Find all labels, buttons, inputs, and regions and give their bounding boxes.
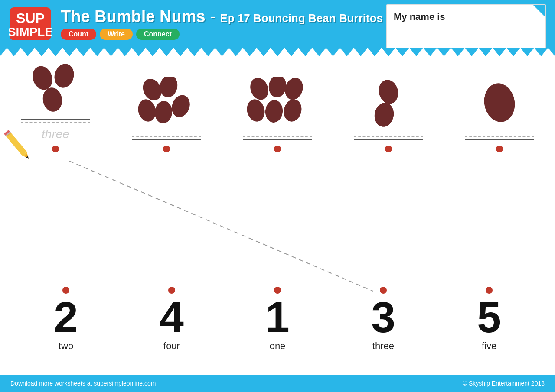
- main-title: The Bumble Nums - Ep 17 Bouncing Bean Bu…: [61, 8, 383, 26]
- number-group-5: 5 five: [450, 287, 528, 352]
- bean-group-1: three: [16, 61, 95, 152]
- bean-group-3: [238, 75, 317, 152]
- number-word-4: three: [372, 340, 394, 352]
- write-lines-3: [243, 133, 312, 140]
- name-card-corner: [533, 5, 545, 17]
- numbers-section: 2 two 4 four 1 one 3 three 5 five: [0, 287, 555, 352]
- dot-connector-3: [274, 146, 281, 152]
- svg-point-16: [154, 100, 173, 124]
- number-display-1: 2: [54, 295, 78, 339]
- svg-point-25: [372, 101, 395, 129]
- solid-line: [243, 133, 312, 133]
- footer: Download more worksheets at supersimpleo…: [0, 375, 555, 392]
- connect-area: [13, 157, 542, 295]
- bean-area-5: [465, 75, 534, 131]
- bean-area-4: [354, 75, 423, 131]
- dot-connector-4: [385, 146, 392, 152]
- number-word-2: four: [163, 340, 180, 352]
- write-lines-2: [132, 133, 201, 140]
- subtitle-text: Ep 17 Bouncing Bean Burritos: [220, 12, 383, 25]
- svg-point-20: [245, 97, 267, 124]
- title-area: The Bumble Nums - Ep 17 Bouncing Bean Bu…: [61, 8, 383, 40]
- number-group-1: 2 two: [27, 287, 105, 352]
- solid-line2: [243, 139, 312, 140]
- footer-left: Download more worksheets at supersimpleo…: [10, 380, 156, 387]
- number-word-5: five: [482, 340, 496, 352]
- tab-connect[interactable]: Connect: [136, 29, 180, 40]
- write-lines-4: [354, 133, 423, 140]
- solid-line2: [132, 139, 201, 140]
- dot-connector-2: [163, 146, 170, 152]
- bean-group-2: [127, 75, 206, 152]
- solid-line2: [354, 139, 423, 140]
- bean-group-5: [460, 75, 539, 152]
- svg-point-14: [158, 77, 179, 99]
- write-lines-1: [21, 119, 90, 126]
- number-group-4: 3 three: [344, 287, 422, 352]
- dashed-line: [465, 136, 534, 137]
- svg-text:SIMPLE: SIMPLE: [9, 25, 52, 39]
- svg-point-12: [41, 86, 64, 113]
- title-text: The Bumble Nums: [61, 7, 206, 26]
- solid-line2: [465, 139, 534, 140]
- svg-point-18: [247, 77, 271, 102]
- write-lines-5: [465, 133, 534, 140]
- zigzag-border: [0, 48, 555, 56]
- name-card-line: [394, 36, 539, 36]
- svg-point-11: [52, 63, 77, 90]
- number-word-1: two: [59, 340, 73, 352]
- solid-line2: [21, 126, 90, 126]
- svg-point-23: [281, 97, 304, 124]
- number-word-3: one: [270, 340, 286, 352]
- number-display-2: 4: [160, 295, 184, 339]
- number-group-2: 4 four: [133, 287, 211, 352]
- bean-group-4: [349, 75, 428, 152]
- number-group-3: 1 one: [238, 287, 317, 352]
- svg-point-19: [268, 77, 288, 99]
- solid-line: [465, 133, 534, 133]
- tab-write[interactable]: Write: [100, 29, 133, 40]
- bean-area-2: [132, 75, 201, 131]
- svg-point-26: [481, 81, 518, 125]
- bean-area-1: [21, 61, 90, 117]
- dashed-line: [132, 136, 201, 137]
- solid-line: [21, 119, 90, 120]
- beans-section: three: [0, 56, 555, 157]
- connection-line: [13, 157, 542, 295]
- solid-line: [132, 133, 201, 133]
- svg-point-15: [136, 97, 158, 124]
- solid-line: [354, 133, 423, 133]
- svg-point-24: [376, 78, 401, 106]
- name-card-label: My name is: [394, 11, 539, 23]
- svg-point-17: [169, 93, 193, 120]
- dashed-line: [243, 136, 312, 137]
- logo: SUP SIMPLE: [9, 6, 52, 41]
- tab-row: Count Write Connect: [61, 29, 383, 40]
- number-display-4: 3: [371, 295, 395, 339]
- header: SUP SIMPLE The Bumble Nums - Ep 17 Bounc…: [0, 0, 555, 48]
- dashed-line: [21, 122, 90, 123]
- word-hint-1: three: [42, 127, 69, 141]
- number-display-3: 1: [265, 295, 290, 339]
- tab-count[interactable]: Count: [61, 29, 96, 40]
- dot-connector-5: [496, 146, 503, 152]
- footer-right: © Skyship Entertainment 2018: [463, 380, 545, 387]
- svg-point-21: [264, 99, 284, 123]
- svg-text:SUP: SUP: [16, 10, 45, 26]
- svg-point-22: [282, 77, 306, 102]
- number-display-5: 5: [477, 295, 501, 339]
- dashed-line: [354, 136, 423, 137]
- bean-area-3: [243, 75, 312, 131]
- svg-line-27: [69, 161, 373, 291]
- dot-connector-1: [52, 146, 59, 152]
